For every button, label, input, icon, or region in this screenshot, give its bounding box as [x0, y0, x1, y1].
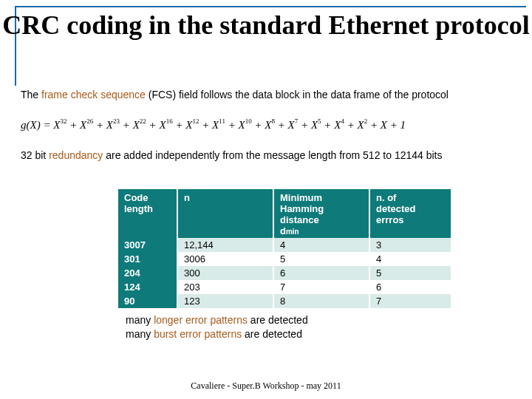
th-errors: n. of detected errros — [369, 189, 451, 238]
cell-n: 203 — [177, 280, 273, 294]
red-prefix: 32 bit — [21, 149, 49, 161]
th-code-length: Code length — [118, 189, 177, 238]
th-n: n — [177, 189, 273, 238]
cell-n: 12,144 — [177, 238, 273, 252]
cell-errors: 3 — [369, 238, 451, 252]
table-row: 301 3006 5 4 — [118, 252, 451, 266]
cell-dmin: 6 — [273, 266, 369, 280]
th-dmin-l1: Minimum — [280, 192, 322, 203]
note-line-2: many burst error patterns are detected — [126, 327, 308, 341]
poly-exp-7: 10 — [245, 117, 252, 125]
cell-dmin: 4 — [273, 238, 369, 252]
th-err-l3: errros — [376, 214, 404, 225]
red-rest: are added independently from the message… — [103, 149, 442, 161]
cell-errors: 5 — [369, 266, 451, 280]
intro-rest: (FCS) field follows the data block in th… — [146, 89, 449, 100]
table-row: 204 300 6 5 — [118, 266, 451, 280]
note2-c: are detected — [242, 328, 302, 340]
slide-footer: Cavaliere - Super.B Workshop - may 2011 — [0, 381, 532, 392]
note2-b: burst error patterns — [154, 328, 242, 340]
red-word: redundancy — [49, 149, 103, 161]
redundancy-text: 32 bit redundancy are added independentl… — [21, 149, 514, 163]
th-code-length-text: Code length — [124, 192, 153, 214]
note-line-1: many longer error patterns are detected — [126, 313, 308, 327]
note1-b: longer error patterns — [154, 314, 248, 326]
cell-errors: 6 — [369, 280, 451, 294]
table-header-row: Code length n Minimum Hamming distance d… — [118, 189, 451, 238]
th-dmin-l2: Hamming — [280, 203, 324, 214]
poly-exp-6: 11 — [219, 117, 225, 125]
poly-exp-0: 32 — [60, 117, 66, 125]
cell-n: 300 — [177, 266, 273, 280]
cell-dmin: 5 — [273, 252, 369, 266]
intro-text: The frame check sequence (FCS) field fol… — [21, 89, 514, 102]
cell-n: 3006 — [177, 252, 273, 266]
poly-exp-5: 12 — [192, 117, 199, 125]
poly-exp-10: 5 — [318, 117, 321, 125]
intro-prefix: The — [21, 89, 41, 100]
poly-exp-4: 16 — [166, 117, 173, 125]
th-n-text: n — [184, 192, 190, 203]
poly-exp-9: 7 — [295, 117, 299, 125]
note2-a: many — [126, 328, 154, 340]
cell-errors: 7 — [369, 294, 451, 308]
table-row: 124 203 7 6 — [118, 280, 451, 294]
poly-exp-1: 26 — [86, 117, 93, 125]
poly-exp-2: 23 — [113, 117, 120, 125]
cell-dmin: 8 — [273, 294, 369, 308]
intro-fcs: frame check sequence — [41, 89, 146, 100]
th-err-l2: detected — [376, 203, 415, 214]
poly-lhs: g(X) = X — [21, 119, 60, 131]
poly-exp-8: 8 — [271, 117, 275, 125]
table-row: 90 123 8 7 — [118, 294, 451, 308]
cell-code-length: 90 — [118, 294, 177, 308]
note1-c: are detected — [248, 314, 308, 326]
slide-title: CRC coding in the standard Ethernet prot… — [0, 10, 532, 41]
poly-exp-3: 22 — [140, 117, 146, 125]
th-err-l1: n. of — [376, 192, 396, 203]
cell-n: 123 — [177, 294, 273, 308]
cell-code-length: 204 — [118, 266, 177, 280]
note1-a: many — [126, 314, 154, 326]
th-dmin-l4: d — [280, 225, 286, 236]
slide-content: The frame check sequence (FCS) field fol… — [21, 89, 514, 163]
th-dmin-l3: distance — [280, 214, 319, 225]
bottom-notes: many longer error patterns are detected … — [126, 313, 308, 341]
table-row: 3007 12,144 4 3 — [118, 238, 451, 252]
cell-code-length: 3007 — [118, 238, 177, 252]
cell-code-length: 301 — [118, 252, 177, 266]
hamming-table: Code length n Minimum Hamming distance d… — [118, 189, 451, 308]
cell-code-length: 124 — [118, 280, 177, 294]
cell-dmin: 7 — [273, 280, 369, 294]
poly-exp-12: 2 — [364, 117, 368, 125]
cell-errors: 4 — [369, 252, 451, 266]
polynomial: g(X) = X32 + X26 + X23 + X22 + X16 + X12… — [21, 118, 514, 132]
poly-exp-11: 4 — [341, 117, 344, 125]
poly-tail: + X + 1 — [367, 119, 406, 131]
th-dmin: Minimum Hamming distance dmin — [273, 189, 369, 238]
th-dmin-sub: min — [286, 228, 299, 236]
